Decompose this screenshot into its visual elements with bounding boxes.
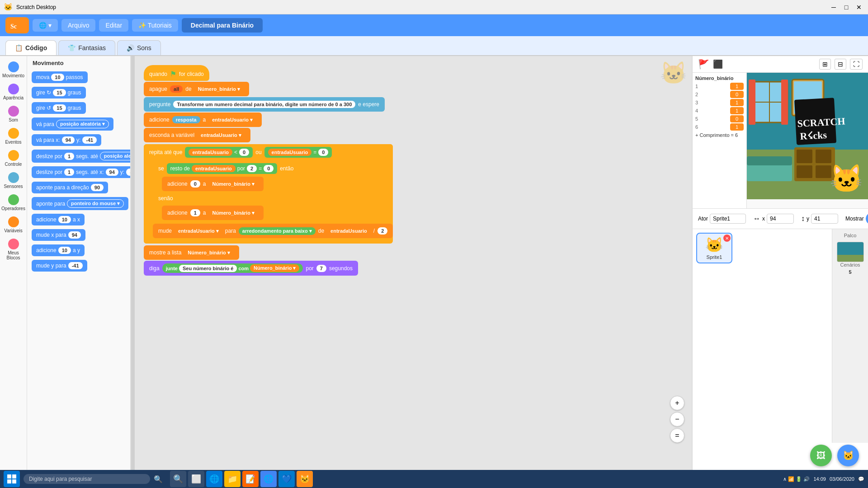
show-visible-button[interactable]: 👁 — [866, 212, 868, 225]
arquivo-button[interactable]: Arquivo — [61, 19, 95, 32]
add-backdrop-button[interactable]: 🖼 — [810, 445, 832, 466]
block-mude-wrapper: mude entradaUsuario ▾ para arredondament… — [153, 224, 393, 238]
globe-button[interactable]: 🌐 ▾ — [33, 19, 58, 32]
backdrop-thumbnail[interactable] — [837, 242, 864, 262]
category-meus-blocos[interactable]: Meus Blocos — [1, 237, 26, 262]
block-row-9: aponte para ponteiro do mouse ▾ — [31, 196, 127, 211]
category-operadores[interactable]: Operadores — [1, 192, 26, 213]
block-adicione-x[interactable]: adicione 10 a x — [32, 214, 85, 225]
category-movimento[interactable]: Movimento — [1, 60, 26, 80]
start-button[interactable] — [4, 471, 20, 487]
app-title: Scratch Desktop — [16, 4, 56, 10]
block-va-para[interactable]: vá para posição aleatória ▾ — [32, 117, 113, 131]
taskbar-app-search[interactable]: 🔍 — [170, 471, 186, 487]
taskbar-apps: 🔍 ⬜ 🌐 📁 📝 🌐 💙 🐱 — [170, 471, 313, 487]
maximize-button[interactable]: □ — [841, 2, 852, 13]
layout-medium-button[interactable]: ⊟ — [835, 59, 846, 70]
block-row-3: gire ↺ 15 graus — [31, 101, 127, 115]
block-adicione-0[interactable]: adicione 0 a Número_binário ▾ — [162, 177, 264, 191]
category-controle[interactable]: Controle — [1, 148, 26, 169]
taskbar-date: 03/06/2020 — [830, 476, 854, 482]
palco-label: Palco — [844, 233, 857, 238]
tutorials-button[interactable]: ✨ Tutoriais — [132, 19, 178, 32]
block-senao: senão — [153, 191, 179, 206]
sprite-y-input[interactable] — [811, 214, 838, 224]
taskbar-app-ie[interactable]: 🌐 — [206, 471, 222, 487]
category-som[interactable]: Som — [1, 104, 26, 124]
add-sprite-button[interactable]: 🐱 — [837, 445, 859, 466]
zoom-in-button[interactable]: + — [670, 396, 684, 410]
block-mude-x[interactable]: mude x para 94 — [32, 229, 85, 241]
taskbar-app-sublime[interactable]: 📝 — [242, 471, 259, 487]
block-deslize-1[interactable]: deslize por 1 segs. até posição aleatóri… — [32, 150, 130, 163]
category-eventos[interactable]: Eventos — [1, 126, 26, 146]
svg-rect-26 — [12, 479, 16, 483]
category-sensores[interactable]: Sensores — [1, 170, 26, 191]
block-gire-ccw[interactable]: gire ↺ 15 graus — [32, 102, 86, 114]
y-label: y — [807, 216, 809, 222]
fullscreen-button[interactable]: ⛶ — [850, 59, 863, 70]
svg-rect-7 — [749, 80, 755, 125]
sprite-x-input[interactable] — [767, 214, 794, 224]
block-row-5: vá para x: 94 y: -41 — [31, 133, 127, 147]
block-gire-cw[interactable]: gire ↻ 15 graus — [32, 87, 86, 99]
layout-small-button[interactable]: ⊞ — [819, 59, 831, 70]
zoom-fit-button[interactable]: = — [670, 428, 684, 443]
search-icon: 🔍 — [154, 475, 163, 483]
svg-rect-12 — [797, 150, 812, 163]
block-row-11: mude x para 94 — [31, 228, 127, 242]
green-flag-button[interactable]: 🚩 — [698, 59, 709, 70]
close-button[interactable]: ✕ — [854, 2, 864, 13]
tab-code[interactable]: 📋 Código — [5, 40, 57, 55]
minimize-button[interactable]: ─ — [828, 2, 839, 13]
block-adicione-1[interactable]: adicione 1 a Número_binário ▾ — [162, 206, 264, 220]
tab-code-label: Código — [25, 44, 47, 52]
mostrar-label: Mostrar — [845, 216, 864, 222]
category-aparencia[interactable]: Aparência — [1, 82, 26, 102]
block-mostre[interactable]: mostre a lista Número_binário ▾ — [144, 245, 239, 260]
svg-rect-14 — [797, 165, 812, 178]
sprite-name-input[interactable] — [710, 214, 746, 224]
tab-sons[interactable]: 🔊 Sons — [117, 40, 161, 55]
inner-se[interactable]: se resto de entradaUsuario por 2 = 0 ent… — [153, 160, 299, 224]
block-row-10: adicione 10 a x — [31, 212, 127, 227]
block-aponte-para[interactable]: aponte para ponteiro do mouse ▾ — [32, 197, 128, 210]
editar-button[interactable]: Editar — [99, 19, 128, 32]
code-area[interactable]: 🐱 quando ⚑ for clicado apague all de Núm… — [135, 56, 692, 470]
project-name-button[interactable]: Decimal para Binário — [182, 18, 263, 33]
block-mude-y[interactable]: mude y para -41 — [32, 260, 87, 272]
tab-fantasias[interactable]: 👕 Fantasias — [58, 40, 115, 55]
taskbar-app-explorer[interactable]: 📁 — [224, 471, 241, 487]
zoom-out-button[interactable]: − — [670, 412, 684, 427]
sprite-delete-button[interactable]: ✕ — [723, 235, 731, 242]
block-deslize-2[interactable]: deslize por 1 segs. até x: 94 y: -41 — [32, 166, 130, 178]
taskbar-app-scratch[interactable]: 🐱 — [297, 471, 313, 487]
taskbar-app-multitask[interactable]: ⬜ — [188, 471, 204, 487]
block-aponte-direcao[interactable]: aponte para a direção 90 — [32, 182, 108, 193]
category-variaveis[interactable]: Variáveis — [1, 215, 26, 235]
block-adicione-resposta[interactable]: adicione resposta a entradaUsuario ▾ — [144, 113, 262, 127]
block-adicione-y[interactable]: adicione 10 a y — [32, 244, 85, 256]
taskbar-app-vscode[interactable]: 💙 — [278, 471, 295, 487]
block-when-flag[interactable]: quando ⚑ for clicado — [144, 65, 209, 81]
block-diga[interactable]: diga junte Seu número binário é com Núme… — [144, 261, 358, 276]
y-arrows-icon: ↕ — [801, 215, 805, 223]
panel-divider[interactable] — [131, 56, 135, 470]
sprite-item-sprite1[interactable]: ✕ 🐱 Sprite1 — [696, 233, 732, 263]
taskbar-search-input[interactable] — [24, 474, 150, 484]
stop-button[interactable]: ⬛ — [713, 59, 723, 69]
taskbar-app-chrome[interactable]: 🌐 — [260, 471, 277, 487]
blocks-list: Movimento mova 10 passos gire ↻ 15 graus… — [27, 56, 130, 470]
block-mude[interactable]: mude entradaUsuario ▾ para arredondament… — [153, 224, 393, 238]
block-esconda[interactable]: esconda a variável entradaUsuario ▾ — [144, 128, 250, 142]
category-list: Movimento Aparência Som Eventos Controle — [0, 56, 27, 470]
x-arrows-icon: ↔ — [753, 215, 760, 223]
block-apague[interactable]: apague all de Número_binário ▾ — [144, 82, 249, 96]
notification-icon[interactable]: 💬 — [858, 476, 864, 482]
block-pergunte[interactable]: pergunte Transforme um numero decimal pa… — [144, 97, 385, 112]
scratch-cat-watermark: 🐱 — [660, 61, 687, 86]
block-row-7: deslize por 1 segs. até x: 94 y: -41 — [31, 165, 127, 179]
block-repita[interactable]: repita até que entradaUsuario < 0 ou ent… — [144, 144, 393, 244]
block-mova[interactable]: mova 10 passos — [32, 71, 88, 83]
block-va-para-xy[interactable]: vá para x: 94 y: -41 — [32, 134, 101, 146]
